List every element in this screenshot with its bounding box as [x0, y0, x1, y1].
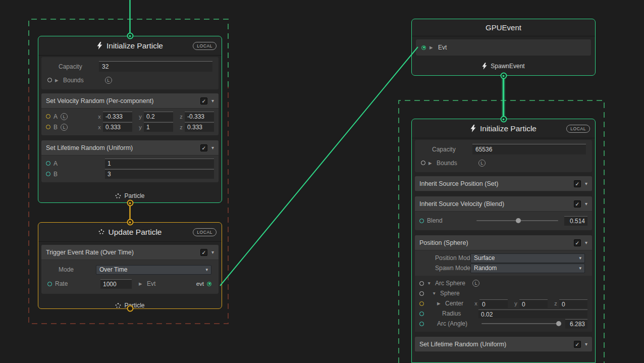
rate-port[interactable] — [47, 282, 52, 286]
sphere-port[interactable] — [419, 291, 424, 296]
blend-slider[interactable] — [476, 220, 558, 221]
capacity-field[interactable]: 32 — [99, 61, 212, 72]
block-enabled-checkbox[interactable]: ✓ — [574, 200, 581, 208]
radius-port[interactable] — [419, 312, 424, 316]
arc-angle-slider-knob[interactable] — [556, 321, 561, 326]
space-badge-local[interactable]: LOCAL — [193, 42, 217, 50]
local-space-badge[interactable]: L — [105, 77, 112, 84]
edge-evt-to-gpuevent[interactable] — [220, 47, 418, 286]
block-header[interactable]: Inherit Source Velocity (Blend) ✓ ▾ — [415, 196, 592, 212]
node-gpu-event[interactable]: GPUEvent ▶ Evt SpawnEvent — [411, 19, 596, 76]
collapse-chevron-icon[interactable]: ▾ — [211, 145, 214, 150]
value-field[interactable]: 3 — [105, 169, 214, 179]
value-field[interactable]: 1 — [105, 159, 214, 168]
block-enabled-checkbox[interactable]: ✓ — [200, 249, 207, 256]
float-port-a[interactable] — [46, 161, 50, 166]
foldout-closed-icon[interactable]: ▶ — [139, 281, 144, 286]
foldout-closed-icon[interactable]: ▶ — [430, 45, 435, 50]
position-mode-dropdown[interactable]: Surface ▾ — [470, 253, 585, 263]
capacity-field[interactable]: 65536 — [472, 144, 586, 154]
foldout-closed-icon[interactable]: ▶ — [428, 161, 434, 166]
y-field[interactable]: 1 — [144, 122, 173, 132]
lightning-icon — [97, 42, 102, 49]
block-set-lifetime-random: Set Lifetime Random (Uniform) ✓ ▾ — [415, 337, 592, 352]
local-space-badge[interactable]: L — [472, 280, 479, 287]
spawn-mode-dropdown[interactable]: Random ▾ — [470, 264, 585, 273]
arc-sphere-port[interactable] — [419, 281, 424, 286]
vector3-port-b[interactable] — [46, 125, 50, 129]
lightning-icon — [482, 63, 487, 70]
local-space-badge[interactable]: L — [478, 160, 486, 167]
y-field[interactable]: 0.2 — [144, 112, 173, 121]
block-enabled-checkbox[interactable]: ✓ — [574, 239, 581, 246]
local-space-badge[interactable]: L — [61, 113, 68, 120]
node-header[interactable]: Update Particle LOCAL — [38, 223, 222, 242]
block-enabled-checkbox[interactable]: ✓ — [574, 180, 581, 187]
block-header[interactable]: Inherit Source Position (Set) ✓ ▾ — [415, 176, 592, 191]
block-enabled-checkbox[interactable]: ✓ — [574, 341, 581, 348]
position-mode-value: Surface — [474, 254, 495, 262]
node-initialize-particle-right[interactable]: Initialize Particle LOCAL Capacity 65536… — [411, 119, 596, 363]
arc-angle-slider[interactable] — [481, 323, 559, 324]
radius-label: Radius — [427, 310, 475, 317]
vector3-port-a[interactable] — [46, 114, 50, 119]
row-label: A — [53, 113, 58, 120]
block-title: Inherit Source Velocity (Blend) — [419, 200, 570, 208]
block-header[interactable]: Set Lifetime Random (Uniform) ✓ ▾ — [41, 140, 219, 155]
radius-field[interactable]: 0.02 — [478, 309, 587, 318]
mode-dropdown[interactable]: Over Time ▾ — [96, 265, 211, 275]
block-header[interactable]: Position (Sphere) ✓ ▾ — [415, 235, 592, 250]
node-initialize-particle-left[interactable]: Initialize Particle LOCAL Capacity 32 ▶ … — [38, 36, 222, 203]
blend-value-field[interactable]: 0.514 — [564, 216, 587, 226]
rate-field[interactable]: 1000 — [100, 279, 132, 289]
foldout-closed-icon[interactable]: ▶ — [55, 78, 60, 83]
space-badge-local[interactable]: LOCAL — [566, 125, 590, 133]
center-z-field[interactable]: 0 — [559, 299, 587, 308]
local-space-badge[interactable]: L — [61, 124, 68, 131]
space-badge-local[interactable]: LOCAL — [193, 228, 217, 236]
flow-output-port-update[interactable] — [127, 305, 133, 312]
collapse-chevron-icon[interactable]: ▾ — [585, 181, 587, 186]
evt-output-port[interactable] — [207, 282, 211, 286]
collapse-chevron-icon[interactable]: ▾ — [585, 341, 587, 347]
evt-output-label: evt — [196, 281, 204, 287]
node-header[interactable]: Initialize Particle LOCAL — [38, 36, 222, 56]
z-field[interactable]: 0.333 — [185, 122, 214, 132]
foldout-open-icon[interactable]: ▼ — [427, 291, 437, 296]
blend-slider-knob[interactable] — [516, 218, 521, 223]
collapse-chevron-icon[interactable]: ▾ — [585, 201, 587, 206]
vfx-graph-canvas[interactable]: Initialize Particle LOCAL Capacity 32 ▶ … — [0, 0, 644, 363]
block-header[interactable]: Trigger Event Rate (Over Time) ✓ ▾ — [41, 245, 219, 260]
node-header[interactable]: GPUEvent — [412, 19, 595, 36]
x-field[interactable]: 0.333 — [103, 122, 132, 132]
z-field[interactable]: -0.333 — [185, 112, 214, 121]
center-port[interactable] — [419, 301, 424, 306]
foldout-open-icon[interactable]: ▼ — [427, 281, 432, 286]
collapse-chevron-icon[interactable]: ▾ — [211, 98, 214, 103]
block-header[interactable]: Set Velocity Random (Per-component) ✓ ▾ — [41, 93, 219, 109]
flow-output-port-initialize-left[interactable] — [127, 200, 133, 206]
node-update-particle[interactable]: Update Particle LOCAL Trigger Event Rate… — [38, 222, 222, 309]
collapse-chevron-icon[interactable]: ▾ — [585, 240, 587, 245]
flow-input-port-update[interactable] — [127, 219, 133, 226]
blend-port[interactable] — [419, 219, 424, 223]
arc-angle-value-field[interactable]: 6.283 — [565, 319, 587, 329]
center-y-field[interactable]: 0 — [519, 299, 548, 308]
node-title: Initialize Particle — [106, 41, 163, 50]
block-header[interactable]: Set Lifetime Random (Uniform) ✓ ▾ — [415, 337, 592, 352]
block-enabled-checkbox[interactable]: ✓ — [200, 97, 207, 105]
flow-input-port-initialize-right[interactable] — [500, 116, 507, 123]
bounds-port[interactable] — [421, 161, 425, 165]
evt-input-port[interactable] — [421, 45, 426, 50]
center-x-field[interactable]: 0 — [479, 299, 508, 308]
collapse-chevron-icon[interactable]: ▾ — [211, 249, 214, 255]
x-field[interactable]: -0.333 — [103, 112, 132, 121]
block-enabled-checkbox[interactable]: ✓ — [200, 144, 207, 151]
bounds-port[interactable] — [47, 78, 52, 82]
block-inherit-source-position: Inherit Source Position (Set) ✓ ▾ — [415, 176, 592, 191]
flow-output-port-gpuevent[interactable] — [500, 73, 507, 79]
foldout-closed-icon[interactable]: ▶ — [427, 301, 442, 306]
arc-angle-port[interactable] — [419, 322, 424, 326]
flow-input-port-initialize-left[interactable] — [127, 33, 133, 39]
float-port-b[interactable] — [46, 172, 50, 176]
